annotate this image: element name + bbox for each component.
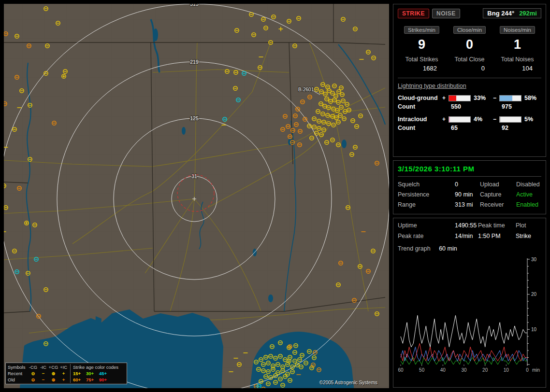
plot-value: Strike xyxy=(516,233,541,239)
peak-rate-value: 14/min xyxy=(455,233,478,239)
upload-label: Upload xyxy=(480,181,516,188)
persistence-value: 90 min xyxy=(455,191,480,198)
legend-symbols-label: Symbols xyxy=(8,364,28,370)
trend-series-close xyxy=(401,343,527,361)
status-panel: 3/15/2026 3:10:11 PM Squelch 0 Upload Di… xyxy=(393,160,546,214)
total-strikes-label: Total Strikes xyxy=(398,56,446,63)
cg-count-label: Count xyxy=(398,103,442,110)
bearing-range: 292mi xyxy=(519,10,537,17)
ring-distance-label: 219 xyxy=(190,59,199,65)
ic-negative-pct: 5% xyxy=(524,116,541,123)
cg-positive-icon: ⊕ xyxy=(48,370,58,377)
trend-y-tick-label: 30 xyxy=(531,257,537,262)
trend-x-tick-label: 50 xyxy=(419,367,425,373)
noises-per-min-value: 1 xyxy=(493,37,541,52)
age-90: 90+ xyxy=(99,377,112,383)
squelch-value: 0 xyxy=(455,181,480,188)
ring-distance-label: 313 xyxy=(190,4,199,7)
age-75: 75+ xyxy=(86,377,99,383)
minus-sign: − xyxy=(493,116,499,123)
close-per-min-button[interactable]: Close/min xyxy=(453,26,486,34)
cg-negative-bar xyxy=(499,95,521,101)
total-close: Total Close 0 xyxy=(446,56,493,72)
range-value: 313 mi xyxy=(455,201,480,208)
noises-per-min-button[interactable]: Noises/min xyxy=(500,26,535,34)
receiver-label: Receiver xyxy=(480,201,516,208)
cg-positive-bar xyxy=(449,95,471,101)
ic-negative-count: 92 xyxy=(493,125,541,131)
age-45: 45+ xyxy=(99,370,112,377)
ic-positive-pct: 4% xyxy=(474,116,493,123)
cloud-ground-label: Cloud-ground xyxy=(398,95,442,101)
legend-col-pos-ic: +IC xyxy=(58,364,69,370)
capture-value: Active xyxy=(516,191,541,198)
divider xyxy=(398,78,541,78)
peak-time-value: 1:50 PM xyxy=(478,233,516,239)
ic-positive-icon: + xyxy=(58,370,69,377)
peak-time-label: Peak time xyxy=(478,222,516,229)
ic-negative-old-icon: − xyxy=(38,377,48,383)
age-60: 60+ xyxy=(73,377,86,383)
strikes-per-min-value: 9 xyxy=(398,37,446,52)
plus-sign: + xyxy=(442,95,449,101)
age-15: 15+ xyxy=(73,370,86,377)
trend-graph-value: 60 min xyxy=(439,245,457,252)
trend-series-strikes xyxy=(401,315,527,347)
cg-positive-old-icon: ⊕ xyxy=(48,377,58,383)
ic-positive-count: 65 xyxy=(442,125,493,131)
session-panel: Uptime 1490:55 Peak time Plot Peak rate … xyxy=(393,218,546,388)
age-30: 30+ xyxy=(86,370,99,377)
uptime-label: Uptime xyxy=(398,222,455,229)
cg-negative-old-icon: ⊖ xyxy=(28,377,38,383)
upload-value: Disabled xyxy=(516,181,541,188)
datetime-display: 3/15/2026 3:10:11 PM xyxy=(398,165,541,177)
legend-col-neg-ic: -IC xyxy=(38,364,48,370)
trend-x-tick-label: 20 xyxy=(482,367,488,373)
capture-label: Capture xyxy=(480,191,516,198)
trend-x-tick-label: 0 xyxy=(526,367,529,373)
trend-x-tick-label: 40 xyxy=(440,367,446,373)
ring-distance-label: 125 xyxy=(190,115,199,121)
intracloud-label: Intracloud xyxy=(398,116,442,123)
trend-x-tick-label: 10 xyxy=(504,367,509,373)
cg-negative-pct: 58% xyxy=(524,95,541,101)
trend-x-tick-label: 30 xyxy=(461,367,467,373)
ring-distance-label: 31 xyxy=(191,173,197,179)
trend-y-tick-label: 20 xyxy=(531,292,537,297)
close-per-min-value: 0 xyxy=(446,37,493,52)
storm-cell-label: B-2601 xyxy=(298,87,314,92)
copyright-text: ©2005 Astrogenic Systems xyxy=(319,380,377,385)
total-noises-label: Total Noises xyxy=(493,56,541,63)
uptime-value: 1490:55 xyxy=(455,222,478,229)
ic-count-label: Count xyxy=(398,125,442,131)
trend-x-tick-label: 60 xyxy=(398,367,404,373)
ic-negative-bar xyxy=(499,116,521,123)
minus-sign: − xyxy=(493,95,499,101)
total-noises: Total Noises 104 xyxy=(493,56,541,72)
total-strikes: Total Strikes 1682 xyxy=(398,56,446,72)
squelch-label: Squelch xyxy=(398,181,455,188)
strike-toggle-button[interactable]: STRIKE xyxy=(398,9,429,18)
strikes-per-min-button[interactable]: Strikes/min xyxy=(404,26,439,34)
legend-col-pos-cg: +CG xyxy=(48,364,58,370)
trend-x-unit-label: min xyxy=(532,367,540,373)
bearing-label: Bng 244° xyxy=(487,10,514,17)
range-label: Range xyxy=(398,201,455,208)
total-close-label: Total Close xyxy=(446,56,493,63)
bearing-readout: Bng 244°292mi xyxy=(483,8,541,18)
plus-sign: + xyxy=(442,116,449,123)
legend-age-title: Strike age color codes xyxy=(70,364,125,370)
map-legend: Symbols -CG -IC +CG +IC Strike age color… xyxy=(5,363,127,384)
cg-negative-count: 975 xyxy=(493,103,541,110)
cg-positive-count: 550 xyxy=(442,103,493,110)
stats-panel: STRIKE NOISE Bng 244°292mi Strikes/min C… xyxy=(393,4,546,157)
ic-positive-old-icon: + xyxy=(58,377,69,383)
trend-graph: 1020306050403020100min xyxy=(398,256,541,378)
noise-toggle-button[interactable]: NOISE xyxy=(432,9,460,18)
legend-recent-label: Recent xyxy=(8,370,28,377)
map-canvas[interactable]: 31125219313 B-2601 xyxy=(4,4,389,388)
ic-negative-icon: − xyxy=(38,370,48,377)
sidebar: STRIKE NOISE Bng 244°292mi Strikes/min C… xyxy=(393,4,546,388)
cg-positive-pct: 33% xyxy=(474,95,493,101)
radar-map[interactable]: 31125219313 B-2601 Symbols -CG -IC +CG +… xyxy=(4,4,389,388)
